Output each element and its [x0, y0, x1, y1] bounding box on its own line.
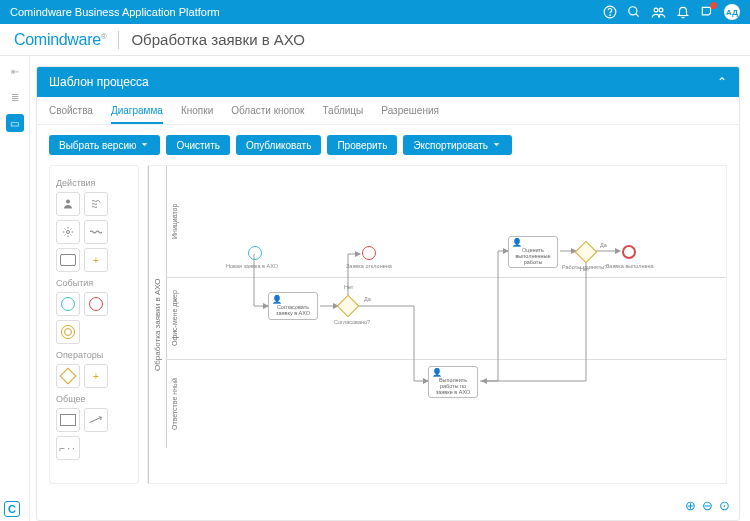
palette-service-task[interactable]: [56, 220, 80, 244]
palette-annotation[interactable]: ⌐··: [56, 436, 80, 460]
rail-list-icon[interactable]: ≣: [6, 88, 24, 106]
rail-collapse-icon[interactable]: ⇤: [6, 62, 24, 80]
palette-group-events: События: [56, 278, 132, 288]
end-event[interactable]: [622, 245, 636, 259]
fit-icon[interactable]: ⊕: [685, 498, 696, 513]
top-bar: Comindware Business Application Platform…: [0, 0, 750, 24]
check-button[interactable]: Проверить: [327, 135, 397, 155]
palette-group-general: Общее: [56, 394, 132, 404]
pool-label: Обработка заявки в АХО: [148, 166, 166, 483]
task-do-work[interactable]: 👤Выполнить работы по заявке в АХО: [428, 366, 478, 398]
svg-point-3: [654, 8, 658, 12]
palette-flow-task[interactable]: [84, 220, 108, 244]
svg-point-6: [67, 231, 70, 234]
svg-point-5: [66, 200, 70, 204]
palette-end-event[interactable]: [84, 292, 108, 316]
topbar-actions: АД: [603, 4, 740, 20]
gateway-approved-label: Согласовано?: [334, 319, 370, 325]
logo[interactable]: Comindware®: [14, 31, 106, 49]
bell-icon[interactable]: [676, 5, 690, 19]
palette-pool[interactable]: [56, 408, 80, 432]
palette-actions-add[interactable]: +: [84, 248, 108, 272]
clear-button[interactable]: Очистить: [166, 135, 230, 155]
tab-buttons[interactable]: Кнопки: [181, 105, 213, 124]
palette-gateway[interactable]: [56, 364, 80, 388]
palette-group-actions: Действия: [56, 178, 132, 188]
svg-point-1: [610, 15, 611, 16]
zoom-reset-icon[interactable]: ⊙: [719, 498, 730, 513]
gw2-no: Нет: [580, 266, 589, 272]
header: Comindware® Обработка заявки в АХО: [0, 24, 750, 56]
toolbar: Выбрать версию Очистить Опубликовать Про…: [37, 125, 739, 165]
notifications-icon[interactable]: [700, 5, 714, 19]
start-event-label: Новая заявка в АХО: [226, 263, 278, 269]
start-event[interactable]: [248, 246, 262, 260]
palette-operators-add[interactable]: +: [84, 364, 108, 388]
process-card: Шаблон процесса ⌃ Свойства Диаграмма Кно…: [36, 66, 740, 521]
export-button[interactable]: Экспортировать: [403, 135, 512, 155]
zoom-controls: ⊕ ⊖ ⊙: [685, 498, 730, 513]
divider: [118, 31, 119, 49]
zoom-out-icon[interactable]: ⊖: [702, 498, 713, 513]
rail-diagram-icon[interactable]: ▭: [6, 114, 24, 132]
palette-subprocess[interactable]: [56, 248, 80, 272]
tabs: Свойства Диаграмма Кнопки Области кнопок…: [37, 97, 739, 125]
app-title: Comindware Business Application Platform: [10, 6, 220, 18]
page-title: Обработка заявки в АХО: [131, 31, 305, 48]
user-avatar[interactable]: АД: [724, 4, 740, 20]
rejected-label: Заявка отклонена: [346, 263, 392, 269]
users-icon[interactable]: [651, 5, 666, 20]
search-icon[interactable]: [627, 5, 641, 19]
chevron-down-icon: [491, 139, 502, 150]
left-rail: ⇤ ≣ ▭: [0, 56, 30, 521]
help-icon[interactable]: [603, 5, 617, 19]
bpmn-canvas[interactable]: Обработка заявки в АХО Инициатор Офис-ме…: [147, 165, 727, 484]
palette-group-operators: Операторы: [56, 350, 132, 360]
gw2-yes: Да: [600, 242, 607, 248]
svg-point-4: [659, 8, 663, 12]
tab-properties[interactable]: Свойства: [49, 105, 93, 124]
svg-point-2: [629, 7, 637, 15]
card-header: Шаблон процесса ⌃: [37, 67, 739, 97]
palette-arrow[interactable]: [84, 408, 108, 432]
brand-badge[interactable]: C: [4, 501, 20, 517]
tab-diagram[interactable]: Диаграмма: [111, 105, 163, 124]
lane-office-manager: Офис-мене джер: [166, 278, 726, 360]
palette-timer-event[interactable]: [56, 320, 80, 344]
gw1-yes: Да: [364, 296, 371, 302]
tab-tables[interactable]: Таблицы: [322, 105, 363, 124]
publish-button[interactable]: Опубликовать: [236, 135, 321, 155]
lane-initiator: Инициатор: [166, 166, 726, 278]
palette-start-event[interactable]: [56, 292, 80, 316]
tab-permissions[interactable]: Разрешения: [381, 105, 439, 124]
palette: Действия + События: [49, 165, 139, 484]
task-approve[interactable]: 👤Согласовать заявку в АХО: [268, 292, 318, 320]
palette-script-task[interactable]: [84, 192, 108, 216]
gw1-no: Нет: [344, 284, 353, 290]
task-rate[interactable]: 👤Оценить выполненные работы: [508, 236, 558, 268]
select-version-button[interactable]: Выбрать версию: [49, 135, 160, 155]
end-event-label: Заявка выполнена: [606, 263, 654, 269]
rejected-event[interactable]: [362, 246, 376, 260]
palette-user-task[interactable]: [56, 192, 80, 216]
collapse-icon[interactable]: ⌃: [717, 75, 727, 89]
card-title: Шаблон процесса: [49, 75, 149, 89]
tab-button-areas[interactable]: Области кнопок: [231, 105, 304, 124]
chevron-down-icon: [139, 139, 150, 150]
